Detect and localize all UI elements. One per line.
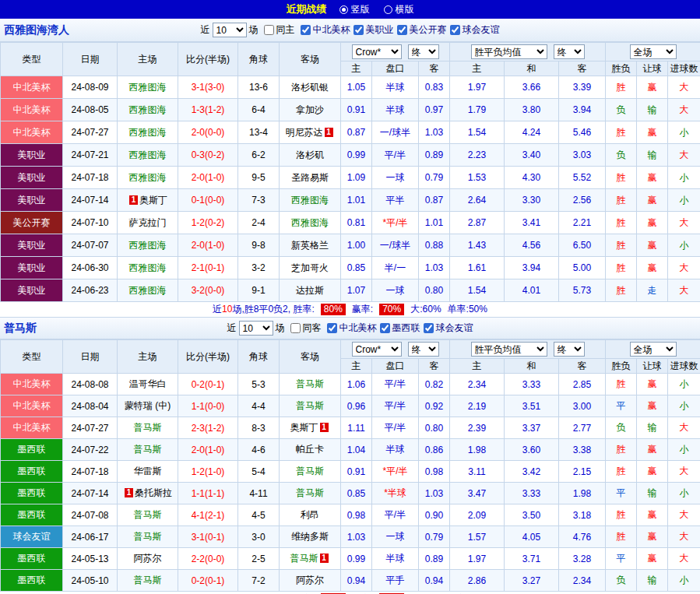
score-cell: 2-0(1-0) [178,234,238,257]
full-match-select[interactable]: 全场 [630,342,677,357]
match-row: 球会友谊24-06-17普马斯3-1(0-1)3-0维纳多斯1.03一球0.79… [1,526,700,548]
bookmaker-select[interactable]: Crow* [352,44,402,59]
team-name: 西雅图海湾人 [4,23,69,37]
corner-cell: 4-11 [238,483,280,504]
team-label: 达拉斯 [296,285,324,296]
away-team-cell: 明尼苏达1 [280,121,341,144]
same-ground-checkbox[interactable] [290,323,301,333]
asian-away-odds: 0.79 [419,526,450,548]
asian-away-odds: 1.03 [419,121,450,144]
euro-home-odds: 2.23 [450,144,505,167]
league-checkbox[interactable] [301,25,311,35]
handicap-cell: 平/半 [372,374,419,395]
same-ground-checkbox[interactable] [264,25,274,35]
near-label: 近 [201,23,210,37]
handicap-result-cell: 赢 [637,121,668,144]
date-cell: 24-08-09 [63,76,118,99]
sub-header-asian-home: 主 [341,359,372,374]
date-cell: 24-05-10 [63,570,118,592]
euro-home-odds: 1.54 [450,279,505,302]
match-row: 中北美杯24-08-05西雅图海1-3(1-2)6-4拿加沙0.91半球0.97… [1,99,700,121]
odds-average-select[interactable]: 胜平负均值 [471,44,547,59]
horizontal-layout-option[interactable]: 横版 [384,3,414,16]
handicap-result-cell: 赢 [637,439,668,461]
handicap-result-cell: 赢 [637,257,668,279]
team-label: 西雅图海 [129,149,167,160]
full-match-select[interactable]: 全场 [630,44,677,59]
matches-table-seattle: 类型 日期 主场 比分(半场) 角球 客场 Crow* 终 胜平负均值 终 全场 [0,42,700,302]
league-checkbox[interactable] [450,25,460,35]
sub-header-asian-home: 主 [341,62,372,76]
league-filter[interactable]: 中北美杯 [297,23,350,37]
euro-away-odds: 4.76 [559,526,606,548]
column-header-away: 客场 [280,43,341,76]
goals-result-cell: 小 [668,121,700,144]
horizontal-layout-radio[interactable] [384,5,392,14]
asian-away-odds: 0.86 [419,439,450,461]
away-team-cell: 利昂 [280,504,341,526]
league-filter[interactable]: 球会友谊 [447,23,500,37]
result-cell: 负 [606,417,637,439]
asian-away-odds: 0.92 [419,395,450,417]
handicap-cell: 半/一 [372,257,419,279]
summary-record-text: 近10场,胜8平0负2, 胜率: [213,303,315,316]
match-row: 美职业24-07-141奥斯丁0-1(0-0)7-3西雅图海1.01平半0.87… [1,189,700,212]
league-badge: 中北美杯 [1,76,63,99]
league-filter[interactable]: 中北美杯 [324,322,377,335]
corner-cell: 6-2 [238,144,280,167]
score-cell: 2-0(0-0) [178,121,238,144]
same-ground-filter[interactable]: 同客 [287,322,322,335]
league-checkbox[interactable] [327,323,337,333]
final-odds-select[interactable]: 终 [408,44,439,59]
league-filter[interactable]: 球会友谊 [420,322,473,335]
handicap-cell: 一/球半 [372,234,419,257]
team-label: 普马斯 [296,378,324,389]
league-filter[interactable]: 美职业 [350,23,394,37]
bookmaker-select[interactable]: Crow* [352,342,402,357]
league-checkbox[interactable] [354,25,364,35]
team-label: 普马斯 [134,444,162,455]
same-ground-filter[interactable]: 同主 [261,23,295,37]
match-count-select[interactable]: 10 [213,23,247,37]
date-cell: 24-08-04 [63,395,118,417]
match-count-select[interactable]: 10 [239,321,273,336]
asian-home-odds: 0.99 [341,144,372,167]
corner-cell: 4-4 [238,395,280,417]
asian-away-odds: 0.80 [419,279,450,302]
corner-cell: 5-3 [238,374,280,395]
league-checkbox[interactable] [397,25,407,35]
league-filter[interactable]: 墨西联 [377,322,420,335]
team-label: 普马斯 [296,400,324,411]
vertical-layout-option[interactable]: 竖版 [339,3,370,16]
league-checkbox[interactable] [424,323,434,333]
handicap-result-cell: 输 [637,99,668,121]
final-odds-select-2[interactable]: 终 [554,342,585,357]
odds-average-select[interactable]: 胜平负均值 [471,342,547,357]
asian-away-odds: 0.88 [419,234,450,257]
euro-home-odds: 1.98 [450,439,505,461]
goals-result-cell: 大 [668,548,700,570]
league-filter[interactable]: 美公开赛 [394,23,447,37]
team-label: 普马斯 [134,509,162,520]
home-team-cell: 西雅图海 [118,257,178,279]
red-card-badge: 1 [320,423,329,432]
asian-home-odds: 0.85 [341,257,372,279]
asian-odds-header: Crow* 终 [341,340,450,359]
vertical-layout-radio[interactable] [339,5,348,14]
corner-cell: 4-6 [238,439,280,461]
league-checkbox[interactable] [380,323,390,333]
final-odds-select-2[interactable]: 终 [554,44,585,59]
red-card-badge: 1 [325,128,333,137]
corner-cell: 3-2 [238,257,280,279]
euro-away-odds: 5.00 [559,257,606,279]
score-cell: 2-3(1-2) [178,417,238,439]
final-odds-select[interactable]: 终 [408,342,439,357]
asian-away-odds: 1.01 [419,212,450,234]
result-cell: 胜 [606,167,637,189]
match-row: 中北美杯24-08-08温哥华白0-2(0-1)5-3普马斯1.06平/半0.8… [1,374,700,395]
league-filter-label: 球会友谊 [463,23,500,37]
handicap-cell: *平/半 [372,212,419,234]
team-name: 普马斯 [4,322,37,336]
handicap-cell: 一球 [372,167,419,189]
goals-result-cell: 大 [668,504,700,526]
